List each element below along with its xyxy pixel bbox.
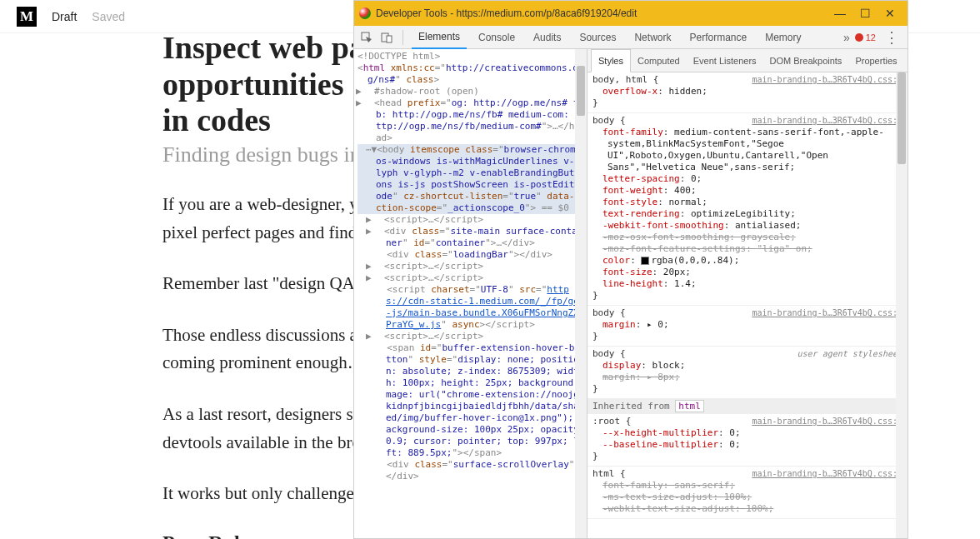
styles-tabbar: Styles Computed Event Listeners DOM Brea…	[588, 49, 908, 72]
dom-node[interactable]: <div class="surface-scrollOverlay"></div…	[358, 459, 585, 482]
dom-node[interactable]: ▶<div class="site-main surface-container…	[358, 226, 585, 249]
medium-logo[interactable]: M	[17, 7, 37, 27]
dom-node[interactable]: ▶#shadow-root (open)	[358, 86, 585, 97]
dom-node[interactable]: ▶<script>…</script>	[358, 261, 585, 272]
close-button[interactable]: ✕	[878, 7, 902, 20]
separator	[402, 30, 403, 45]
source-link[interactable]: main-branding-b…3R6Tv4bQ.css:1	[752, 468, 902, 480]
saved-status: Saved	[92, 10, 125, 23]
dom-node[interactable]: <!DOCTYPE html>	[358, 51, 585, 62]
devtools-titlebar[interactable]: Developer Tools - https://medium.com/p/8…	[354, 1, 908, 26]
devtools-window: Developer Tools - https://medium.com/p/8…	[353, 0, 908, 539]
dom-node[interactable]: <script charset="UTF-8" src="https://cdn…	[358, 284, 585, 331]
window-title: Developer Tools - https://medium.com/p/8…	[376, 7, 828, 19]
error-count[interactable]: 12	[855, 32, 876, 42]
dom-node[interactable]: <span id="buffer-extension-hover-button"…	[358, 342, 585, 459]
kebab-menu-icon[interactable]: ⋮	[881, 28, 902, 47]
source-link[interactable]: main-branding-b…3R6Tv4bQ.css:1	[752, 416, 902, 427]
chrome-icon	[359, 7, 371, 19]
tab-properties[interactable]: Properties	[848, 49, 903, 72]
tab-console[interactable]: Console	[472, 26, 522, 49]
source-link[interactable]: main-branding-b…3R6Tv4bQ.css:1	[752, 307, 902, 319]
source-link[interactable]: main-branding-b…3R6Tv4bQ.css:1	[752, 115, 902, 127]
scrollbar[interactable]	[896, 72, 908, 538]
minimize-button[interactable]: —	[828, 7, 852, 20]
svg-rect-2	[387, 36, 392, 42]
dom-node[interactable]: ▶<script>…</script>	[358, 272, 585, 284]
tab-event-listeners[interactable]: Event Listeners	[687, 49, 763, 72]
elements-panel[interactable]: <!DOCTYPE html> <html xmlns:cc="http://c…	[354, 49, 588, 538]
styles-panel: Styles Computed Event Listeners DOM Brea…	[588, 49, 908, 538]
dom-node[interactable]: <div class="loadingBar"></div>	[358, 249, 585, 261]
tab-sources[interactable]: Sources	[572, 26, 622, 49]
tab-computed[interactable]: Computed	[631, 49, 687, 72]
draft-status: Draft	[52, 10, 77, 23]
source-link[interactable]: main-branding-b…3R6Tv4bQ.css:1	[752, 74, 902, 86]
tab-network[interactable]: Network	[628, 26, 678, 49]
devtools-tabbar: Elements Console Audits Sources Network …	[354, 26, 908, 49]
tab-styles[interactable]: Styles	[591, 49, 631, 72]
dom-node[interactable]: ▶<script>…</script>	[358, 214, 585, 226]
ua-stylesheet: user agent stylesheet	[798, 348, 902, 360]
dom-node[interactable]: ▶<head prefix="og: http://ogp.me/ns# fb:…	[358, 97, 585, 144]
dom-node[interactable]: <html xmlns:cc="http://creativecommons.o…	[358, 62, 585, 86]
tab-dom-breakpoints[interactable]: DOM Breakpoints	[763, 49, 849, 72]
tab-audits[interactable]: Audits	[527, 26, 568, 49]
inspect-icon[interactable]	[359, 30, 374, 45]
styles-rules[interactable]: body, html {main-branding-b…3R6Tv4bQ.css…	[588, 72, 908, 538]
tab-performance[interactable]: Performance	[682, 26, 753, 49]
tab-memory[interactable]: Memory	[758, 26, 808, 49]
device-icon[interactable]	[379, 30, 394, 45]
tabs-overflow-icon[interactable]: »	[843, 31, 850, 44]
tab-elements[interactable]: Elements	[412, 26, 467, 49]
inherited-from: Inherited from html	[588, 399, 908, 414]
dom-node-selected[interactable]: ⋯▼<body itemscope class="browser-chrome …	[358, 144, 585, 214]
dom-node[interactable]: ▶<script>…</script>	[358, 331, 585, 342]
scrollbar[interactable]	[575, 49, 587, 538]
maximize-button[interactable]: ☐	[852, 7, 878, 20]
